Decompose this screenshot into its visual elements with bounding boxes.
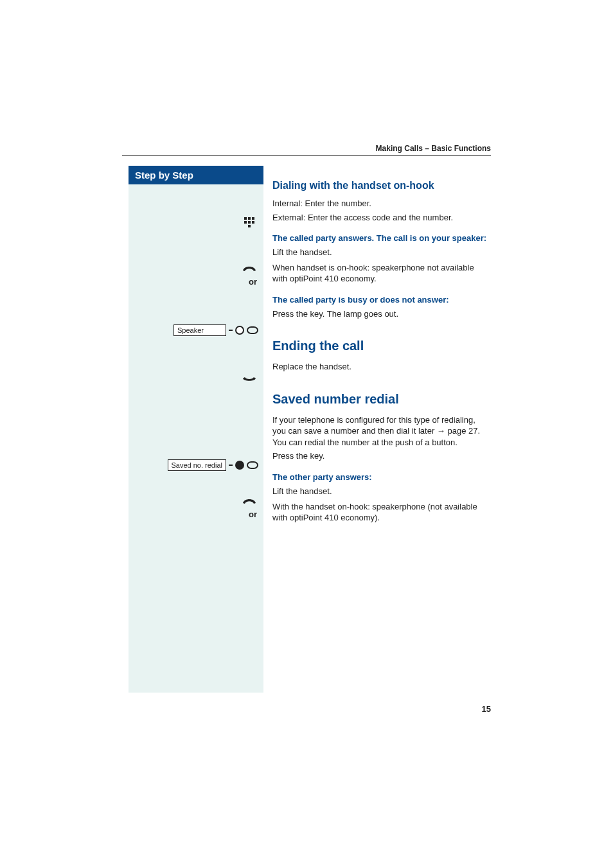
main-content: Dialing with the handset on-hook Interna… [263, 166, 491, 693]
replace-handset-line: Replace the handset. [272, 360, 491, 374]
sidebar-title: Step by Step [129, 166, 263, 184]
saved-redial-heading: Saved number redial [272, 374, 491, 413]
key-connector [229, 330, 233, 331]
press-key-lamp-line: Press the key. The lamp goes out. [272, 305, 491, 321]
internal-line: Internal: Enter the number. [272, 197, 491, 211]
handset-onhook-icon [242, 375, 257, 386]
speaker-key: Speaker [166, 324, 258, 336]
handset-offhook-icon [242, 263, 257, 274]
key-lamp-icon [247, 326, 258, 334]
keypad-icon [242, 217, 257, 231]
page: Making Calls – Basic Functions Step by S… [0, 0, 613, 868]
onhook-speakerphone-line-2: With the handset on-hook: speakerphone (… [272, 499, 491, 525]
onhook-speakerphone-line: When handset is on-hook: speakerphone no… [272, 260, 491, 286]
or-label-1: or [249, 277, 257, 287]
lift-handset-line: Lift the handset. [272, 243, 491, 260]
handset-offhook-icon [242, 495, 257, 507]
or-label-2: or [249, 509, 257, 519]
other-party-answers-sub: The other party answers: [272, 463, 491, 482]
content-row: Step by Step or [129, 166, 491, 693]
party-answers-sub: The called party answers. The call is on… [272, 224, 491, 243]
external-line: External: Enter the access code and the … [272, 211, 491, 225]
page-number: 15 [482, 704, 491, 714]
key-button-icon [235, 461, 244, 470]
key-button-icon [235, 326, 244, 335]
lift-handset-line-2: Lift the handset. [272, 482, 491, 499]
sidebar-content: or Speaker Saved no. redial [129, 184, 263, 692]
speaker-key-label: Speaker [173, 324, 226, 336]
saved-redial-key-label: Saved no. redial [168, 459, 227, 471]
key-connector [229, 465, 233, 466]
dialing-onhook-heading: Dialing with the handset on-hook [272, 166, 491, 197]
header-rule [122, 155, 491, 156]
step-sidebar: Step by Step or [129, 166, 263, 693]
key-lamp-icon [247, 461, 258, 469]
saved-redial-intro: If your telephone is configured for this… [272, 413, 491, 450]
party-busy-sub: The called party is busy or does not ans… [272, 286, 491, 305]
running-header: Making Calls – Basic Functions [376, 144, 491, 153]
ending-call-heading: Ending the call [272, 321, 491, 360]
press-key-line: Press the key. [272, 449, 491, 463]
saved-redial-key: Saved no. redial [166, 459, 258, 471]
